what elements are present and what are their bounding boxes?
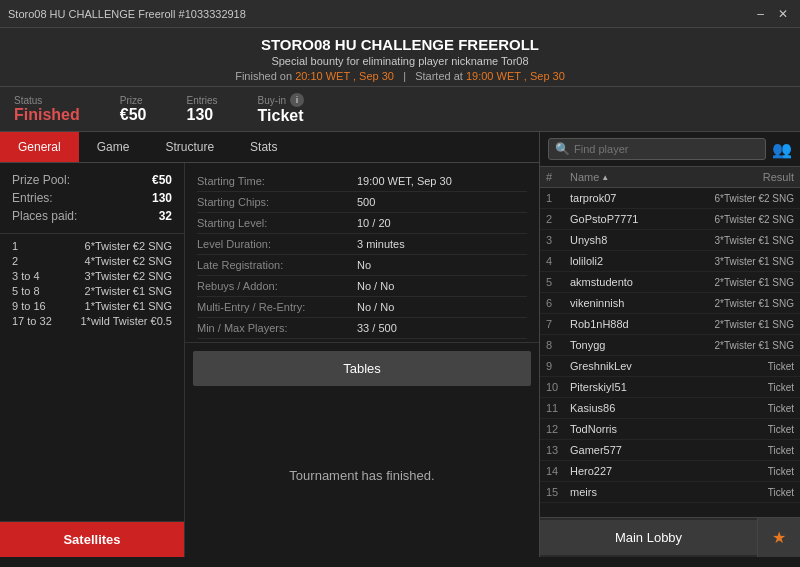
tournament-subtitle: Special bounty for eliminating player ni… xyxy=(0,55,800,67)
entries-value-left: 130 xyxy=(152,191,172,205)
search-input[interactable] xyxy=(574,143,759,155)
favorite-button[interactable]: ★ xyxy=(757,518,800,557)
list-item: 17 to 321*wild Twister €0.5 xyxy=(12,313,172,328)
table-row[interactable]: 15 meirs Ticket xyxy=(540,482,800,503)
player-result: 2*Twister €1 SNG xyxy=(694,277,794,288)
search-wrapper: 🔍 xyxy=(548,138,766,160)
status-bar: Status Finished Prize €50 Entries 130 Bu… xyxy=(0,87,800,132)
table-row[interactable]: 12 TodNorris Ticket xyxy=(540,419,800,440)
window-controls: – ✕ xyxy=(753,7,792,21)
tab-bar: General Game Structure Stats xyxy=(0,132,539,163)
tournament-time: Finished on 20:10 WET , Sep 30 | Started… xyxy=(0,70,800,82)
table-row[interactable]: 11 Kasius86 Ticket xyxy=(540,398,800,419)
player-rank: 7 xyxy=(546,318,570,330)
table-row[interactable]: 13 Gamer577 Ticket xyxy=(540,440,800,461)
player-name: GoPstoP7771 xyxy=(570,213,694,225)
place-prize: 1*Twister €1 SNG xyxy=(85,300,172,312)
finished-message: Tournament has finished. xyxy=(185,394,539,557)
player-table: 1 tarprok07 6*Twister €2 SNG 2 GoPstoP77… xyxy=(540,188,800,517)
table-row[interactable]: 2 GoPstoP7771 6*Twister €2 SNG xyxy=(540,209,800,230)
window-title: Storo08 HU CHALLENGE Freeroll #103333291… xyxy=(8,8,246,20)
table-row[interactable]: 9 GreshnikLev Ticket xyxy=(540,356,800,377)
prize-pool-label: Prize Pool: xyxy=(12,173,70,187)
info-icon[interactable]: i xyxy=(290,93,304,107)
player-result: Ticket xyxy=(694,424,794,435)
bottom-buttons: Satellites xyxy=(0,521,184,557)
table-row[interactable]: 4 loliloli2 3*Twister €1 SNG xyxy=(540,251,800,272)
place-prize: 3*Twister €2 SNG xyxy=(85,270,172,282)
tab-general[interactable]: General xyxy=(0,132,79,162)
started-at-label: Started at xyxy=(415,70,463,82)
general-value: 3 minutes xyxy=(357,238,405,250)
minimize-button[interactable]: – xyxy=(753,7,768,21)
player-rank: 8 xyxy=(546,339,570,351)
tab-game[interactable]: Game xyxy=(79,132,148,162)
list-item: Min / Max Players:33 / 500 xyxy=(197,318,527,339)
list-item: Late Registration:No xyxy=(197,255,527,276)
tables-button[interactable]: Tables xyxy=(193,351,531,386)
list-item: Starting Level:10 / 20 xyxy=(197,213,527,234)
satellites-button[interactable]: Satellites xyxy=(0,522,184,557)
player-rank: 13 xyxy=(546,444,570,456)
col-num-header: # xyxy=(546,171,570,183)
player-name: Rob1nH88d xyxy=(570,318,694,330)
status-value: Finished xyxy=(14,106,80,124)
buyin-label: Buy-in xyxy=(258,95,286,106)
player-result: 2*Twister €1 SNG xyxy=(694,298,794,309)
tab-structure[interactable]: Structure xyxy=(147,132,232,162)
list-item: 5 to 82*Twister €1 SNG xyxy=(12,283,172,298)
table-row[interactable]: 10 PiterskiyI51 Ticket xyxy=(540,377,800,398)
general-label: Multi-Entry / Re-Entry: xyxy=(197,301,357,313)
tab-stats[interactable]: Stats xyxy=(232,132,295,162)
tournament-header: STORO08 HU CHALLENGE FREEROLL Special bo… xyxy=(0,28,800,87)
table-row[interactable]: 14 Hero227 Ticket xyxy=(540,461,800,482)
player-rank: 12 xyxy=(546,423,570,435)
list-item: 16*Twister €2 SNG xyxy=(12,238,172,253)
table-row[interactable]: 5 akmstudento 2*Twister €1 SNG xyxy=(540,272,800,293)
place-prize: 1*wild Twister €0.5 xyxy=(80,315,172,327)
list-item: 9 to 161*Twister €1 SNG xyxy=(12,298,172,313)
general-value: No / No xyxy=(357,301,394,313)
player-table-header: # Name ▲ Result xyxy=(540,167,800,188)
status-item: Status Finished xyxy=(14,95,80,124)
place-rank: 2 xyxy=(12,255,18,267)
list-item: Level Duration:3 minutes xyxy=(197,234,527,255)
search-icon: 🔍 xyxy=(555,142,570,156)
player-rank: 9 xyxy=(546,360,570,372)
player-name: loliloli2 xyxy=(570,255,694,267)
place-rank: 5 to 8 xyxy=(12,285,40,297)
general-value: 33 / 500 xyxy=(357,322,397,334)
table-row[interactable]: 6 vikeninnish 2*Twister €1 SNG xyxy=(540,293,800,314)
finished-on-label: Finished on xyxy=(235,70,292,82)
player-rank: 15 xyxy=(546,486,570,498)
list-item: Starting Chips:500 xyxy=(197,192,527,213)
close-button[interactable]: ✕ xyxy=(774,7,792,21)
table-row[interactable]: 8 Tonygg 2*Twister €1 SNG xyxy=(540,335,800,356)
table-row[interactable]: 1 tarprok07 6*Twister €2 SNG xyxy=(540,188,800,209)
general-value: 19:00 WET, Sep 30 xyxy=(357,175,452,187)
list-item: 3 to 43*Twister €2 SNG xyxy=(12,268,172,283)
player-name: vikeninnish xyxy=(570,297,694,309)
places-paid-value: 32 xyxy=(159,209,172,223)
right-panel: 🔍 👥 # Name ▲ Result 1 tarprok07 6*Twiste… xyxy=(540,132,800,557)
people-icon[interactable]: 👥 xyxy=(772,140,792,159)
general-label: Rebuys / Addon: xyxy=(197,280,357,292)
player-rank: 14 xyxy=(546,465,570,477)
player-name: Tonygg xyxy=(570,339,694,351)
player-rank: 3 xyxy=(546,234,570,246)
player-result: 2*Twister €1 SNG xyxy=(694,340,794,351)
table-row[interactable]: 3 Unysh8 3*Twister €1 SNG xyxy=(540,230,800,251)
title-bar: Storo08 HU CHALLENGE Freeroll #103333291… xyxy=(0,0,800,28)
player-rank: 4 xyxy=(546,255,570,267)
player-result: Ticket xyxy=(694,403,794,414)
general-value: No xyxy=(357,259,371,271)
table-row[interactable]: 7 Rob1nH88d 2*Twister €1 SNG xyxy=(540,314,800,335)
places-paid-label: Places paid: xyxy=(12,209,77,223)
left-panel: General Game Structure Stats Prize Pool:… xyxy=(0,132,540,557)
player-result: Ticket xyxy=(694,382,794,393)
player-result: Ticket xyxy=(694,445,794,456)
player-name: TodNorris xyxy=(570,423,694,435)
started-time: 19:00 WET , Sep 30 xyxy=(466,70,565,82)
main-lobby-button[interactable]: Main Lobby xyxy=(540,520,757,555)
place-rank: 3 to 4 xyxy=(12,270,40,282)
